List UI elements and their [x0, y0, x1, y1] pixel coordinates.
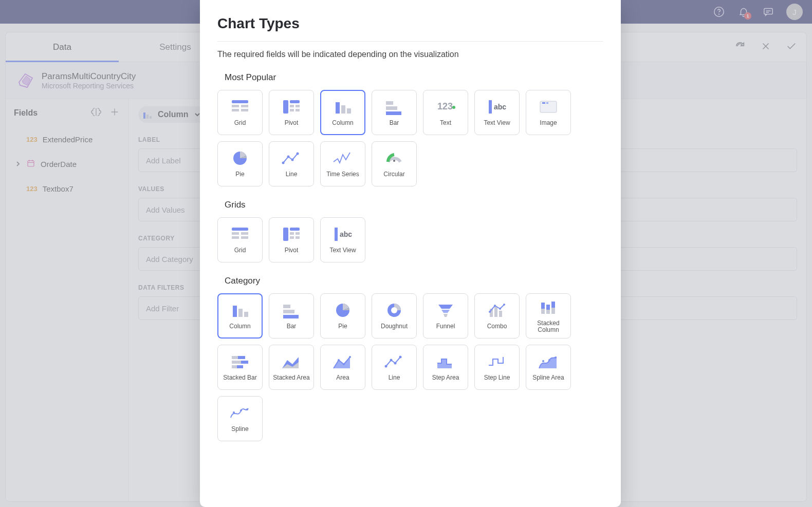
- chart-tile-label: Stacked Bar: [223, 374, 256, 381]
- chart-types-modal: Chart Types The required fields will be …: [200, 0, 621, 507]
- chart-tile-label: Pie: [338, 323, 347, 330]
- funnel-icon: [434, 302, 457, 319]
- chart-tile-text-view[interactable]: abcText View: [474, 90, 520, 135]
- pivot-icon: [280, 226, 303, 243]
- chart-tile-pie[interactable]: Pie: [217, 141, 263, 186]
- chart-tile-label: Column: [229, 323, 250, 330]
- chart-tile-label: Combo: [487, 323, 507, 330]
- svg-rect-12: [232, 109, 239, 111]
- chart-tile-spline-area[interactable]: Spline Area: [526, 345, 571, 390]
- svg-point-68: [494, 305, 496, 307]
- svg-point-91: [394, 362, 397, 365]
- svg-rect-76: [551, 308, 555, 314]
- bar-icon: [383, 98, 405, 116]
- svg-text:abc: abc: [340, 230, 352, 238]
- chart-tile-stacked-area[interactable]: Stacked Area: [269, 345, 314, 390]
- svg-point-95: [548, 359, 550, 361]
- chart-tile-time-series[interactable]: Time Series: [320, 141, 365, 186]
- svg-point-69: [499, 308, 501, 310]
- svg-marker-62: [441, 310, 450, 313]
- svg-point-70: [503, 304, 505, 306]
- spline-area-icon: [537, 353, 560, 370]
- text-view-icon: abc: [486, 98, 508, 116]
- chart-tile-line[interactable]: Line: [372, 345, 417, 390]
- chart-tile-pivot[interactable]: Pivot: [269, 90, 314, 135]
- svg-rect-72: [541, 309, 545, 314]
- chart-tile-text[interactable]: 123Text: [423, 90, 468, 135]
- svg-rect-13: [241, 109, 248, 111]
- chart-tile-label: Step Area: [432, 374, 459, 381]
- chart-tile-label: Grid: [234, 247, 246, 254]
- svg-rect-74: [546, 310, 550, 314]
- chart-tile-label: Line: [286, 171, 298, 178]
- chart-tile-label: Image: [540, 120, 557, 126]
- svg-rect-17: [296, 105, 300, 107]
- svg-rect-24: [386, 106, 397, 110]
- section-title: Category: [225, 276, 603, 286]
- svg-point-94: [542, 360, 544, 362]
- svg-rect-78: [232, 356, 238, 359]
- svg-rect-22: [347, 108, 351, 114]
- chart-tile-stacked-column[interactable]: Stacked Column: [526, 293, 571, 339]
- svg-rect-80: [232, 361, 241, 364]
- svg-point-96: [555, 356, 557, 359]
- svg-point-38: [393, 160, 395, 162]
- svg-rect-54: [244, 312, 248, 317]
- svg-point-90: [390, 359, 393, 362]
- chart-tile-stacked-bar[interactable]: Stacked Bar: [217, 345, 263, 390]
- svg-point-37: [297, 153, 299, 155]
- chart-tile-grid[interactable]: Grid: [217, 217, 263, 262]
- chart-tile-label: Stacked Area: [273, 374, 309, 381]
- section-title: Most Popular: [225, 72, 603, 83]
- chart-tile-image[interactable]: Image: [526, 90, 571, 135]
- svg-point-99: [246, 408, 248, 410]
- svg-rect-10: [232, 105, 239, 107]
- chart-tile-bar[interactable]: Bar: [269, 293, 314, 339]
- chart-tile-funnel[interactable]: Funnel: [423, 293, 468, 339]
- svg-point-67: [489, 311, 491, 313]
- svg-rect-46: [290, 232, 294, 235]
- chart-tile-spline[interactable]: Spline: [217, 396, 263, 441]
- image-icon: [537, 98, 560, 116]
- text-icon: 123: [434, 98, 457, 116]
- svg-rect-41: [241, 232, 248, 235]
- chart-tile-bar[interactable]: Bar: [372, 90, 417, 135]
- chart-tile-label: Text View: [329, 247, 356, 254]
- chart-tile-line[interactable]: Line: [269, 141, 314, 186]
- chart-tile-column[interactable]: Column: [217, 293, 263, 339]
- chart-tile-area[interactable]: Area: [320, 345, 365, 390]
- line-icon: [383, 353, 405, 370]
- stacked-bar-icon: [229, 353, 251, 370]
- chart-tile-step-line[interactable]: Step Line: [474, 345, 520, 390]
- column-icon: [331, 98, 354, 116]
- svg-point-92: [399, 356, 402, 359]
- svg-rect-31: [542, 102, 545, 104]
- svg-rect-32: [546, 102, 548, 104]
- chart-tile-combo[interactable]: Combo: [474, 293, 520, 339]
- chart-tile-label: Pivot: [285, 120, 299, 126]
- combo-icon: [486, 302, 508, 319]
- chart-tile-pivot[interactable]: Pivot: [269, 217, 314, 262]
- svg-rect-39: [232, 228, 248, 231]
- chart-tile-column[interactable]: Column: [320, 90, 365, 135]
- svg-rect-40: [232, 232, 239, 235]
- stacked-column-icon: [537, 298, 560, 316]
- pie-icon: [229, 149, 251, 167]
- chart-tile-label: Spline: [231, 426, 248, 433]
- area-icon: [331, 353, 354, 370]
- svg-rect-16: [290, 105, 294, 107]
- chart-tile-pie[interactable]: Pie: [320, 293, 365, 339]
- svg-rect-50: [335, 228, 338, 241]
- chart-tile-grid[interactable]: Grid: [217, 90, 263, 135]
- spline-icon: [229, 404, 251, 422]
- chart-tile-circular[interactable]: Circular: [372, 141, 417, 186]
- chart-tile-doughnut[interactable]: Doughnut: [372, 293, 417, 339]
- bar-icon: [280, 302, 303, 319]
- chart-tile-text-view[interactable]: abcText View: [320, 217, 365, 262]
- chart-tile-step-area[interactable]: Step Area: [423, 345, 468, 390]
- chart-tile-label: Time Series: [326, 171, 359, 178]
- chart-tile-label: Text View: [484, 120, 510, 126]
- svg-rect-56: [283, 310, 294, 313]
- column-icon: [229, 302, 251, 319]
- svg-marker-63: [444, 314, 448, 317]
